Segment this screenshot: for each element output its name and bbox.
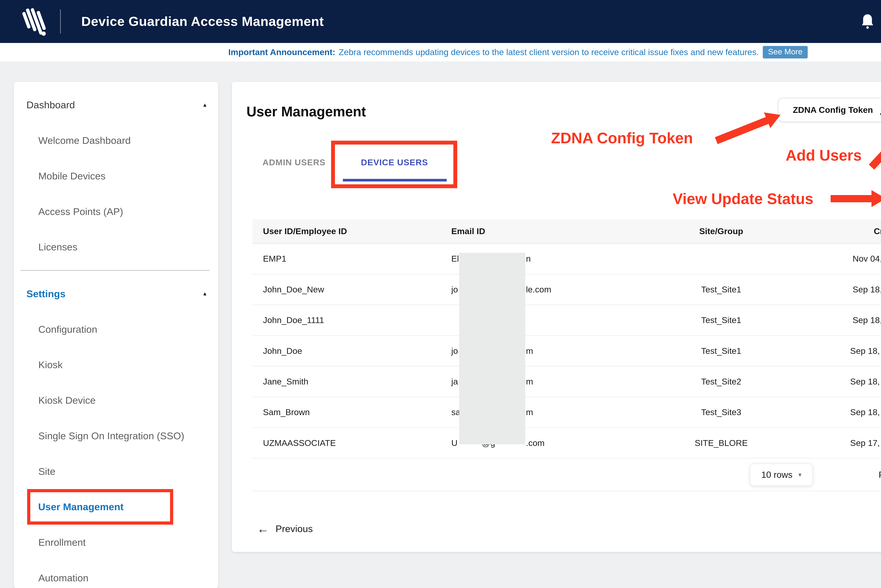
sidebar-item-site[interactable]: Site [14,453,218,489]
sidebar-item-label: Site [38,466,56,477]
sidebar-item-label: Automation [38,572,89,584]
table-row[interactable]: John_Doe jom Test_Site1 Sep 18, 2025 12:… [253,336,881,366]
col-header-user-id: User ID/Employee ID [253,226,441,236]
sidebar-item-label: Settings [26,288,66,300]
device-users-table: User ID/Employee ID Email ID Site/Group … [253,219,881,458]
download-icon [879,105,881,115]
table-row[interactable]: UZMAASSOCIATE U@g.com SITE_BLORE Sep 17,… [253,428,881,458]
announcement-text: Zebra recommends updating devices to the… [339,47,759,57]
table-row[interactable]: John_Doe_1111 Test_Site1 Sep 18, 2025 7:… [253,305,881,336]
sidebar-item-label: User Management [38,501,124,513]
sidebar-item-settings[interactable]: Settings ▲ [14,276,218,312]
cell-user-id: John_Doe [253,346,441,356]
cell-user-id: Jane_Smith [253,376,441,386]
see-more-button[interactable]: See More [763,46,808,58]
sidebar-item-mobile-devices[interactable]: Mobile Devices [14,158,218,194]
sidebar-item-configuration[interactable]: Configuration [14,311,218,347]
main-content-card: User Management ADMIN USERS DEVICE USERS… [232,82,881,552]
email-fragment: jo [451,285,458,294]
annotation-add-users: Add Users [786,147,861,164]
email-fragment: n [526,254,531,264]
sidebar-item-access-points[interactable]: Access Points (AP) [14,194,218,229]
redaction-overlay [459,253,525,444]
announcement-label: Important Announcement: [229,47,335,57]
cell-created-at: Sep 18, 2025 12:01 PM [802,376,881,386]
cell-site: SITE_BLORE [640,438,802,448]
cell-site: Test_Site1 [640,285,802,294]
cell-user-id: EMP1 [253,254,441,264]
table-header-row: User ID/Employee ID Email ID Site/Group … [253,219,881,244]
cell-created-at: Sep 18, 2025 7:22 PM [802,315,881,325]
cell-created-at: Sep 18, 2025 12:01 PM [802,407,881,417]
email-fragment: U [451,438,457,448]
cell-created-at: Sep 17, 2025 12:06 PM [802,438,881,448]
cell-site: Test_Site1 [640,315,802,325]
page-indicator: Page 1 of 83 [858,464,881,486]
table-row[interactable]: John_Doe_New jole.com Test_Site1 Sep 18,… [253,274,881,305]
sidebar-item-label: Licenses [38,241,78,253]
sidebar-item-label: Kiosk [38,359,63,370]
sidebar-item-user-management-highlight-box[interactable]: User Management [27,489,173,525]
email-fragment: m [526,346,533,356]
notifications-bell-icon[interactable] [861,13,874,30]
annotation-red-box-device-users [331,141,457,188]
collapse-caret-icon[interactable]: ▲ [202,291,207,297]
previous-button[interactable]: ← Previous [257,520,313,537]
previous-label: Previous [275,523,313,534]
cell-user-id: John_Doe_1111 [253,315,441,325]
col-header-site-group: Site/Group [640,226,802,236]
rows-per-page-value: 10 rows [761,470,792,480]
cell-site: Test_Site2 [640,376,802,386]
arrow-left-icon: ← [257,522,269,536]
tab-admin-users[interactable]: ADMIN USERS [254,156,334,169]
sidebar-item-label: Access Points (AP) [38,206,123,217]
email-fragment: .com [526,438,545,448]
cell-user-id: UZMAASSOCIATE [253,438,441,448]
sidebar-item-kiosk[interactable]: Kiosk [14,347,218,382]
email-fragment: sa [451,407,460,417]
sidebar-item-kiosk-device[interactable]: Kiosk Device [14,382,218,418]
col-header-email: Email ID [440,219,640,243]
sidebar-item-label: Mobile Devices [38,170,105,182]
sidebar-item-label: Single Sign On Integration (SSO) [38,430,185,441]
table-row[interactable]: Sam_Brown sam Test_Site3 Sep 18, 2025 12… [253,397,881,428]
sidebar-item-label: Welcome Dashboard [38,135,131,146]
email-fragment: El [451,254,459,264]
sidebar: Dashboard ▲ Welcome Dashboard Mobile Dev… [14,82,218,588]
cell-created-at: Nov 04, 2025 8:39 PM [802,254,881,264]
dropdown-triangle-icon: ▾ [798,471,801,478]
sidebar-item-automation[interactable]: Automation [14,560,218,588]
cell-created-at: Sep 18, 2025 12:01 PM [802,346,881,356]
collapse-caret-icon[interactable]: ▲ [202,102,207,108]
email-fragment: m [526,376,533,386]
rows-per-page-select[interactable]: 10 rows ▾ [750,464,813,486]
sidebar-item-label: Enrollment [38,537,86,548]
announcement-bar: Important Announcement: Zebra recommends… [0,43,881,62]
table-footer: 10 rows ▾ Page 1 of 83 [253,458,881,491]
app-window: Device Guardian Access Management Hi, ad… [0,0,881,588]
email-fragment: m [526,407,533,417]
sidebar-item-label: Configuration [38,324,98,335]
annotation-view-update-status: View Update Status [673,190,813,207]
annotation-arrow-to-bulk-upload [872,120,881,167]
cell-site: Test_Site3 [640,407,802,417]
table-row[interactable]: Jane_Smith jam Test_Site2 Sep 18, 2025 1… [253,366,881,397]
sidebar-item-welcome-dashboard[interactable]: Welcome Dashboard [14,123,218,158]
email-fragment: le.com [526,285,551,294]
cell-user-id: Sam_Brown [253,407,441,417]
col-header-created-at: Created At [802,226,881,236]
sidebar-item-enrollment[interactable]: Enrollment [14,525,218,560]
table-row[interactable]: EMP1 Eln Nov 04, 2025 8:39 PM [253,244,881,274]
sidebar-item-dashboard[interactable]: Dashboard ▲ [14,87,218,123]
sidebar-item-sso[interactable]: Single Sign On Integration (SSO) [14,418,218,454]
zdna-config-token-button[interactable]: ZDNA Config Token [778,98,881,122]
sidebar-section-divider [20,270,209,271]
cell-user-id: John_Doe_New [253,285,441,294]
sidebar-item-licenses[interactable]: Licenses [14,229,218,265]
cell-site: Test_Site1 [640,346,802,356]
email-fragment: ja [451,376,458,386]
annotation-zdna-config-token: ZDNA Config Token [551,129,693,147]
email-fragment: jo [451,346,458,356]
annotation-arrow-to-zdna-button [716,115,781,141]
cell-created-at: Sep 18, 2025 7:29 PM [802,285,881,294]
